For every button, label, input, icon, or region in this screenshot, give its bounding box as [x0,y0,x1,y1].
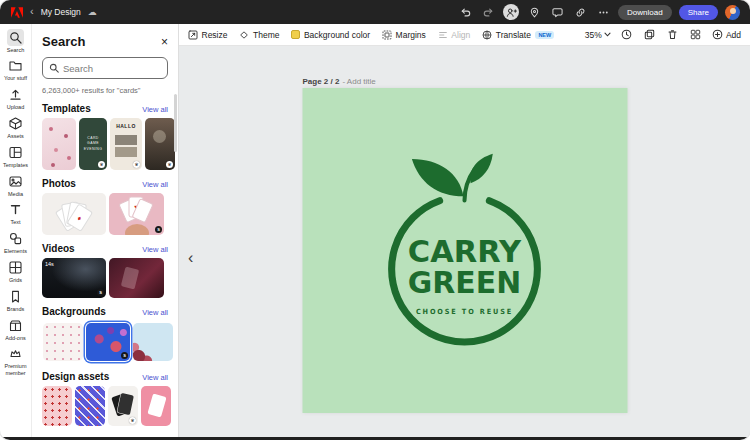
tool-label: Translate [496,30,531,40]
background-thumbnail[interactable] [133,323,173,361]
design-asset-thumbnail[interactable] [141,386,171,426]
sidebar-item-label: Elements [4,248,27,254]
view-all-link[interactable]: View all [142,105,168,114]
adobe-logo[interactable] [10,4,23,20]
media-image-icon [7,173,24,190]
undo-icon [460,7,471,18]
view-all-link[interactable]: View all [142,308,168,317]
add-title-field[interactable]: - Add title [342,77,375,86]
sidebar-item-elements[interactable]: Elements [0,228,32,257]
close-icon[interactable]: × [161,36,168,48]
section-title: Templates [42,103,91,114]
add-button[interactable]: Add [712,29,741,40]
canvas-toolbar: Resize Theme Background color Margins Al… [179,24,750,46]
more-options-button[interactable] [595,4,611,20]
duplicate-button[interactable] [643,28,657,42]
sidebar-item-templates[interactable]: Templates [0,141,32,170]
sidebar-item-assets[interactable]: Assets [0,112,32,141]
assets-cube-icon [7,115,24,132]
add-label: Add [726,30,741,40]
view-all-link[interactable]: View all [142,245,168,254]
section-title: Design assets [42,371,109,382]
section-title: Videos [42,243,75,254]
design-artboard[interactable]: CARRY GREEN CHOOSE TO REUSE [302,88,627,413]
view-all-link[interactable]: View all [142,180,168,189]
sidebar-item-label: Templates [3,162,28,168]
template-thumbnail[interactable]: CARD GAME EVENING ♛ [79,118,107,170]
redo-button[interactable] [480,4,496,20]
resize-button[interactable]: Resize [188,30,227,40]
photo-thumbnail[interactable]: ♥ S [109,193,164,235]
design-asset-thumbnail[interactable]: ♛ [108,386,138,426]
background-thumbnail-selected[interactable]: S [86,323,130,361]
undo-button[interactable] [457,4,473,20]
tool-label: Background color [304,30,370,40]
background-color-button[interactable]: Background color [291,30,370,40]
app-window: ‹ My Design ☁ Download Share [0,0,750,440]
search-icon [49,63,59,73]
search-box[interactable] [42,57,168,79]
link-button[interactable] [572,4,588,20]
template-thumbnail[interactable] [42,118,76,170]
search-input[interactable] [63,63,161,74]
user-avatar[interactable] [725,5,740,20]
left-rail: Search Your stuff Upload Assets Template… [0,24,32,437]
add-ons-package-icon [7,317,24,334]
sidebar-item-add-ons[interactable]: Add-ons [0,314,32,343]
trash-icon [667,29,678,40]
sidebar-item-upload[interactable]: Upload [0,84,32,113]
sidebar-item-media[interactable]: Media [0,170,32,199]
margins-button[interactable]: Margins [382,30,426,40]
share-button[interactable]: Share [679,5,718,20]
download-button[interactable]: Download [618,5,672,20]
logo-word-2: GREEN [408,265,521,300]
sidebar-item-search[interactable]: Search [0,26,32,55]
panel-collapse-button[interactable]: ‹ [188,250,193,266]
template-thumbnail[interactable]: ♛ [145,118,175,170]
pages-button[interactable] [689,28,703,42]
canvas-body: ‹ Page 2 / 2 - Add title CARRY GREEN CHO… [179,46,750,437]
sidebar-item-grids[interactable]: Grids [0,257,32,286]
cloud-sync-icon[interactable]: ☁ [88,7,97,17]
canvas-area: Resize Theme Background color Margins Al… [178,24,750,437]
page-label: Page 2 / 2 - Add title [303,77,376,86]
panel-title: Search [42,34,85,49]
sidebar-item-brands[interactable]: Brands [0,285,32,314]
cards-photo-graphic: ♥ ♥ ♠ ♦ [42,193,106,235]
sidebar-item-premium-member[interactable]: Premium member [0,343,32,378]
comment-button[interactable] [549,4,565,20]
design-asset-thumbnail[interactable] [75,386,105,426]
video-thumbnail[interactable]: 14s S [42,258,106,298]
adobe-logo-icon [11,7,23,18]
sidebar-item-text[interactable]: Text [0,199,32,228]
theme-button[interactable]: Theme [239,30,279,40]
view-all-link[interactable]: View all [142,373,168,382]
template-thumbnail[interactable]: HALLO ♛ [110,118,142,170]
section-design-assets: Design assets View all ♛ [42,371,168,426]
share-with-people-button[interactable] [503,4,519,20]
sidebar-item-label: Brands [7,306,24,312]
back-chevron-icon[interactable]: ‹ [30,6,34,17]
stock-badge: S [155,226,162,233]
search-panel: Search × 6,263,000+ results for "cards" … [32,24,178,437]
ellipsis-icon [598,7,609,18]
video-thumbnail[interactable] [109,258,164,298]
theme-icon [239,30,249,40]
sidebar-item-your-stuff[interactable]: Your stuff [0,55,32,84]
delete-button[interactable] [666,28,680,42]
timer-button[interactable] [620,28,634,42]
design-title[interactable]: My Design [41,7,81,17]
background-thumbnail[interactable] [43,323,83,361]
sidebar-item-label: Add-ons [5,335,26,341]
zoom-select[interactable]: 35% [585,30,611,40]
translate-button[interactable]: Translate NEW [482,30,554,40]
clock-icon [621,29,632,40]
panel-scrollbar[interactable] [174,94,177,152]
pin-button[interactable] [526,4,542,20]
design-asset-thumbnail[interactable] [42,386,72,426]
align-button[interactable]: Align [438,30,470,40]
logo-graphic[interactable]: CARRY GREEN CHOOSE TO REUSE [379,149,551,353]
photo-thumbnail[interactable]: ♥ ♥ ♠ ♦ [42,193,106,235]
sidebar-item-label: Upload [7,104,24,110]
section-photos: Photos View all ♥ ♥ ♠ ♦ ♥ [42,178,168,235]
